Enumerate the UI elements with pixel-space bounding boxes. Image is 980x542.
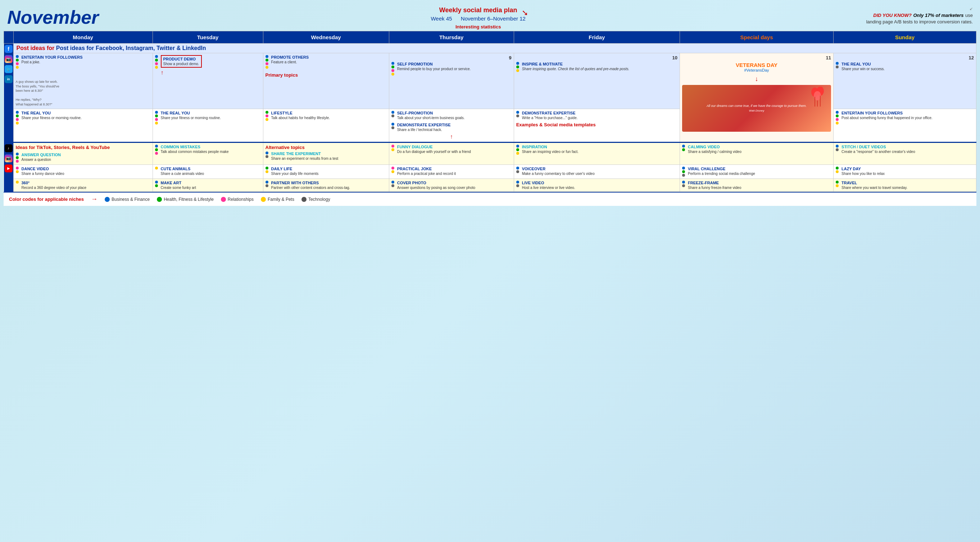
dot-pink — [155, 62, 158, 65]
dot-pink — [391, 145, 394, 148]
dot-gray — [391, 115, 394, 117]
thursday-tiktok-2: PRACTICAL JOKE Perform a practical joke … — [389, 165, 514, 179]
tuesday-p2-title: THE REAL YOU — [161, 111, 221, 115]
tuesday-post-1: PRODUCT DEMO Show a product demo. ↑ — [153, 53, 263, 109]
wednesday-p2-desc: Talk about habits for healthy lifestyle. — [271, 116, 330, 120]
footer: Color codes for applicable niches → Busi… — [3, 192, 977, 206]
wednesday-t3-title: PARTNER WITH OTHERS — [271, 181, 350, 185]
dot-green — [155, 184, 158, 187]
thursday-day-number: 9 — [391, 55, 512, 61]
tuesday-post-2: THE REAL YOU Share your fitness or morni… — [153, 109, 263, 142]
dot-green — [155, 148, 158, 151]
thursday-t3-title: COVER PHOTO — [397, 181, 475, 185]
monday-t3-desc: Record a 360 degree video of your place — [22, 186, 87, 190]
dot-blue — [682, 167, 685, 169]
sunday-p2-desc: Post about something funny that happened… — [842, 116, 932, 120]
special-t2-desc: Perform a trending social media challeng… — [688, 172, 755, 175]
monday-t2-desc: Share a funny dance video — [22, 172, 64, 175]
dot-yellow — [16, 170, 19, 173]
legend-item-relationships: Relationships — [221, 197, 254, 202]
tiktok-row-2: DANCE VIDEO Share a funny dance video CU… — [4, 165, 977, 179]
tuesday-tiktok-2: CUTE ANIMALS Share a cute animals video — [153, 165, 263, 179]
dot-blue — [516, 181, 519, 183]
special-days-cell: 11 VETERANS DAY #VeteransDay ↓ — [680, 53, 834, 142]
thursday-p2-desc: Talk about your short-term business goal… — [397, 116, 465, 120]
dot-blue — [836, 62, 838, 65]
dot-blue — [16, 153, 19, 155]
monday-joke: A guy shows up late for work.The boss ye… — [16, 80, 150, 107]
thursday-p3-title: DEMONSTRATE EXPERTISE — [397, 123, 451, 127]
header-wednesday: Wednesday — [263, 31, 389, 43]
monday-p1-title: ENTERTAIN YOUR FOLLOWERS — [22, 55, 83, 59]
monday-p1-desc: Post a joke. — [22, 60, 83, 64]
dot-gray — [836, 65, 838, 69]
dot-green — [836, 181, 838, 183]
wednesday-tiktok-3: PARTNER WITH OTHERS Partner with other c… — [263, 179, 389, 192]
veterans-sub: #VeteransDay — [682, 68, 831, 72]
dot-green — [266, 59, 268, 62]
wednesday-post-2: LIFESTYLE Talk about habits for healthy … — [263, 109, 389, 142]
alt-topics-label: Alternative topics — [266, 145, 387, 150]
sunday-t3-title: TRAVEL — [842, 181, 907, 185]
instagram-tiktok-icon: 📷 — [5, 155, 13, 162]
dot-pink — [391, 167, 394, 169]
dot-green — [266, 111, 268, 114]
dot-green — [516, 65, 519, 69]
friday-t2-title: VOICEOVER — [522, 167, 595, 171]
wednesday-t2-desc: Share your daily life moments — [271, 172, 319, 175]
wednesday-tiktok-1: Alternative topics SHARE THE EXPERIMENT … — [263, 142, 389, 165]
post-ideas-text: Post ideas for Post ideas for Facebook, … — [17, 45, 206, 51]
dot-pink — [266, 115, 268, 117]
sunday-tiktok-2: LAZY DAY Share how you like to relax — [834, 165, 977, 179]
legend-item-health: Health, Fitness & Lifestyle — [157, 197, 214, 202]
special-t3-desc: Share a funny freeze-frame video — [688, 186, 741, 190]
wednesday-t3-desc: Partner with other content creators and … — [271, 186, 350, 190]
monday-post-2: THE REAL YOU Share your fitness or morni… — [13, 109, 153, 142]
dot-blue — [16, 55, 19, 58]
friday-t1-title: INSPIRATION — [522, 145, 579, 149]
dot-green — [836, 115, 838, 117]
business-dot — [105, 197, 110, 202]
primary-topics-label: Primary topics — [266, 72, 387, 78]
dot-pink — [16, 62, 19, 65]
thursday-t2-title: PRACTICAL JOKE — [397, 167, 456, 171]
wednesday-t1-title: SHARE THE EXPERIMENT — [271, 151, 339, 156]
dot-green — [16, 59, 19, 62]
thursday-t1-desc: Do a fun dialogue with yourself or with … — [397, 150, 471, 154]
tiktok-row-3: 360° Record a 360 degree video of your p… — [4, 179, 977, 192]
friday-p1-title: INSPIRE & MOTIVATE — [522, 62, 630, 66]
dot-gray — [516, 115, 519, 117]
dot-blue — [155, 55, 158, 58]
special-tiktok-3: FREEZE-FRAME Share a funny freeze-frame … — [680, 179, 834, 192]
dot-gray — [391, 184, 394, 187]
monday-p2-desc: Share your fitness or morning routine. — [22, 116, 82, 120]
dot-pink — [16, 167, 19, 169]
dot-blue — [516, 62, 519, 65]
tiktok-ideas-label: Ideas for TikTok, Stories, Reels & YouTu… — [16, 145, 150, 151]
did-you-know-section: ↙ DID YOU KNOW? Only 17% of marketers us… — [858, 6, 973, 25]
dot-yellow — [16, 122, 19, 124]
dot-yellow — [16, 66, 19, 69]
monday-t2-title: DANCE VIDEO — [22, 167, 64, 171]
dot-yellow — [836, 184, 838, 187]
header: November Weekly social media plan ➘ Week… — [3, 3, 977, 31]
sunday-t3-desc: Share where you want to travel someday. — [842, 186, 907, 190]
dot-yellow — [155, 66, 158, 69]
dot-pink — [155, 118, 158, 121]
instagram-icon: 📷 — [5, 55, 13, 63]
sunday-post-1: 12 THE REAL YOU Share your win or succes… — [834, 53, 977, 109]
dot-yellow — [155, 122, 158, 124]
dot-blue — [266, 55, 268, 58]
friday-tiktok-2: VOICEOVER Make a funny comentary to othe… — [514, 165, 679, 179]
thursday-p1-title: SELF PROMOTION — [397, 62, 471, 66]
sunday-t1-desc: Create a "response" to another creator's… — [842, 150, 915, 154]
dot-blue — [391, 111, 394, 114]
platform-icons-cell: f 📷 🐦 in — [4, 43, 14, 142]
friday-t2-desc: Make a funny comentary to other user's v… — [522, 172, 595, 175]
special-t2-title: VIRAL CHALLENGE — [688, 167, 755, 171]
tuesday-p1-desc: Show a product demo. — [163, 62, 199, 66]
special-t3-title: FREEZE-FRAME — [688, 181, 741, 185]
dot-yellow — [391, 73, 394, 76]
dot-gray — [391, 126, 394, 129]
dot-gray — [516, 184, 519, 187]
